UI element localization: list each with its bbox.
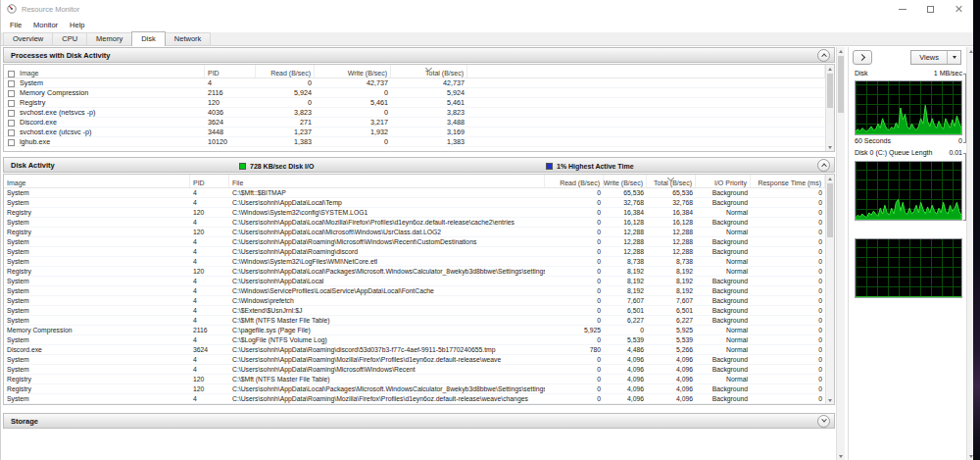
disk_activity-row[interactable]: System4C:\Users\sohnh\AppData\Roaming\Mo…	[4, 355, 825, 365]
menu-file[interactable]: File	[4, 18, 27, 32]
disk-activity-scrollbar[interactable]	[825, 175, 834, 404]
menu-help[interactable]: Help	[64, 18, 90, 32]
column-header-read[interactable]: Read (B/sec)	[545, 175, 604, 187]
disk_activity-row[interactable]: Discord.exe3624C:\Users\sohnh\AppData\Ro…	[4, 345, 825, 355]
disk_activity-cell-total: 12,288	[647, 237, 696, 247]
tab-memory[interactable]: Memory	[86, 32, 132, 45]
processes-row[interactable]: Discord.exe36242713,2173,488	[4, 118, 825, 128]
scrollbar-thumb[interactable]	[827, 74, 833, 108]
processes-row[interactable]: svchost.exe (netsvcs -p)40363,82303,823	[4, 108, 825, 118]
disk_activity-row[interactable]: Registry120C:\$Mft (NTFS Master File Tab…	[4, 375, 825, 384]
queue-graph-title: Disk 0 (C:) Queue Length	[855, 149, 932, 156]
disk-io-legend: 728 KB/sec Disk I/O	[239, 158, 314, 174]
processes-table-header: Image PID Read (B/sec) Write (B/sec) Tot…	[4, 65, 825, 78]
storage-expand-button[interactable]	[817, 415, 830, 428]
disk_activity-row[interactable]: System4C:\Windows\prefetch07,6077,607Bac…	[4, 296, 825, 306]
column-header-image[interactable]: Image	[4, 175, 190, 187]
tab-overview[interactable]: Overview	[3, 32, 53, 45]
column-header-write[interactable]: Write (B/sec)	[315, 65, 391, 77]
column-header-total[interactable]: Total (B/sec)	[391, 65, 467, 77]
disk_activity-row[interactable]: System4C:\Users\sohnh\AppData\Local\Temp…	[4, 198, 825, 208]
disk_activity-row[interactable]: System4C:\$LogFile (NTFS Volume Log)05,5…	[4, 335, 825, 345]
column-header-read[interactable]: Read (B/sec)	[256, 65, 315, 77]
close-button[interactable]	[945, 0, 973, 18]
scrollbar-thumb[interactable]	[827, 183, 833, 237]
scrollbar-up-arrow[interactable]	[837, 47, 845, 55]
scrollbar-up-arrow[interactable]	[826, 65, 834, 73]
disk_activity-row[interactable]: System4C:\Users\sohnh\AppData\Roaming\Mi…	[4, 237, 825, 247]
disk_activity-cell-read: 0	[545, 355, 604, 365]
processes-row[interactable]: Registry12005,4615,461	[4, 98, 825, 108]
processes-section-header[interactable]: Processes with Disk Activity	[3, 47, 835, 63]
processes-collapse-button[interactable]	[817, 49, 830, 62]
disk_activity-row[interactable]: Registry120C:\Users\sohnh\AppData\Local\…	[4, 228, 825, 237]
row-checkbox[interactable]	[8, 110, 15, 117]
disk_activity-row[interactable]: System4C:\Users\sohnh\AppData\Local\Mozi…	[4, 218, 825, 228]
processes-cell-image: Memory Compression	[4, 88, 205, 98]
scrollbar-thumb[interactable]	[838, 56, 844, 113]
processes-row[interactable]: System4042,73742,737	[4, 78, 825, 88]
storage-section-header[interactable]: Storage	[3, 413, 835, 429]
disk-activity-collapse-button[interactable]	[817, 159, 830, 172]
row-checkbox[interactable]	[8, 139, 15, 146]
disk_activity-row[interactable]: Registry120C:\Users\sohnh\AppData\Local\…	[4, 267, 825, 277]
column-header-image[interactable]: Image	[4, 65, 205, 77]
disk_activity-row[interactable]: System4C:\Windows\ServiceProfiles\LocalS…	[4, 286, 825, 296]
disk_activity-row[interactable]: Registry120C:\Windows\System32\config\SY…	[4, 208, 825, 218]
views-button[interactable]: Views	[910, 50, 961, 65]
left-pane-scrollbar[interactable]	[836, 47, 845, 460]
tab-cpu[interactable]: CPU	[52, 32, 87, 45]
scrollbar-down-arrow[interactable]	[826, 396, 834, 404]
row-checkbox[interactable]	[8, 120, 15, 127]
processes-row[interactable]: lghub.exe101201,38301,383	[4, 137, 825, 147]
column-header-response[interactable]: Response Time (ms)	[751, 175, 825, 187]
disk_activity-row[interactable]: System4C:\Windows\System32\LogFiles\WMI\…	[4, 257, 825, 267]
processes-cell-read: 0	[256, 98, 315, 108]
column-header-pid[interactable]: PID	[205, 65, 256, 77]
views-dropdown-arrow[interactable]	[947, 51, 960, 64]
processes-cell-image: Discord.exe	[4, 118, 205, 128]
disk_activity-cell-pid: 4	[190, 316, 229, 326]
menu-monitor[interactable]: Monitor	[27, 18, 64, 32]
processes-scrollbar[interactable]	[825, 65, 834, 151]
processes-row[interactable]: Memory Compression21165,92405,924	[4, 88, 825, 98]
disk_activity-cell-image: System	[4, 365, 190, 375]
scrollbar-up-arrow[interactable]	[826, 175, 834, 182]
disk_activity-row[interactable]: System4C:\Users\sohnh\AppData\Local08,19…	[4, 277, 825, 286]
disk_activity-row[interactable]: System4C:\Users\sohnh\AppData\Roaming\Mi…	[4, 365, 825, 375]
disk_activity-row[interactable]: System4C:\Users\sohnh\AppData\Roaming\di…	[4, 247, 825, 257]
disk_activity-row[interactable]: System4C:\$Extend\$UsnJrnl:$J06,5016,501…	[4, 306, 825, 316]
column-header-write[interactable]: Write (B/sec)	[604, 175, 647, 187]
disk_activity-cell-read: 0	[545, 365, 604, 375]
disk_activity-row[interactable]: System4C:\$Mft (NTFS Master File Table)0…	[4, 316, 825, 326]
disk_activity-row[interactable]: Registry120C:\Users\sohnh\AppData\Local\…	[4, 384, 825, 394]
select-all-checkbox[interactable]	[8, 71, 15, 77]
row-checkbox[interactable]	[8, 80, 15, 87]
disk_activity-row[interactable]: System4C:\Users\sohnh\AppData\Roaming\Mo…	[4, 394, 825, 404]
column-header-total[interactable]: Total (B/sec)	[647, 175, 696, 187]
active-time-legend-swatch	[546, 163, 553, 170]
scrollbar-down-arrow[interactable]	[826, 143, 834, 151]
column-header-file[interactable]: File	[229, 175, 545, 187]
disk_activity-cell-pid: 4	[190, 277, 229, 286]
processes-row[interactable]: svchost.exe (utcsvc -p)34481,2371,9323,1…	[4, 128, 825, 137]
column-header-pid[interactable]: PID	[190, 175, 229, 187]
row-checkbox[interactable]	[8, 100, 15, 107]
row-checkbox[interactable]	[8, 129, 15, 136]
disk_activity-cell-image: Discord.exe	[4, 345, 190, 355]
maximize-button[interactable]	[916, 0, 945, 18]
disk_activity-row[interactable]: System4C:\$Mft::$BITMAP065,53665,536Back…	[4, 188, 825, 198]
scrollbar-down-arrow[interactable]	[837, 452, 845, 460]
disk_activity-row[interactable]: Memory Compression2116C:\pagefile.sys (P…	[4, 326, 825, 335]
panel-collapse-button[interactable]	[853, 50, 872, 65]
disk_activity-cell-pid: 4	[190, 365, 229, 375]
row-checkbox[interactable]	[8, 90, 15, 97]
tab-network[interactable]: Network	[165, 32, 212, 45]
desktop-background-strip	[973, 0, 980, 460]
disk_activity-cell-pid: 120	[190, 384, 229, 394]
minimize-button[interactable]	[888, 0, 916, 18]
disk_activity-cell-response: 0	[751, 394, 825, 404]
column-header-priority[interactable]: I/O Priority	[696, 175, 751, 187]
disk-activity-section-header[interactable]: Disk Activity 728 KB/sec Disk I/O 1% Hig…	[3, 157, 835, 173]
tab-disk[interactable]: Disk	[131, 31, 166, 46]
